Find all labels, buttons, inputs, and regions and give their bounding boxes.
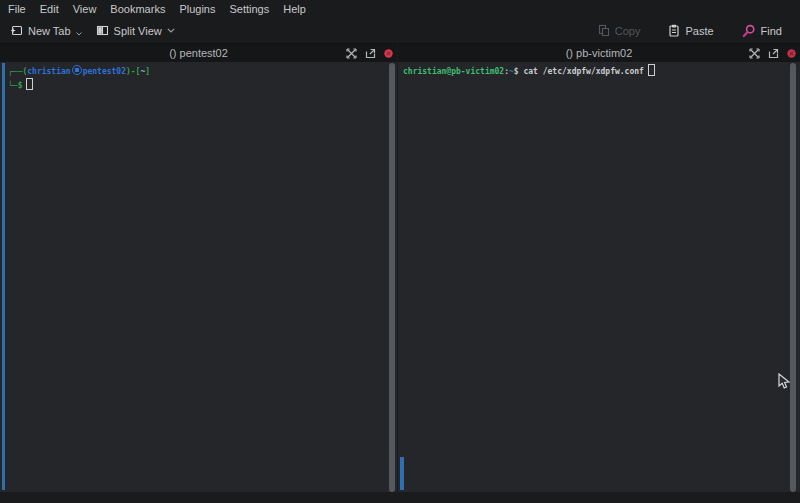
scrollbar-left-pane[interactable]	[389, 63, 395, 492]
split-view-container: () pentest02	[0, 44, 800, 492]
terminal-screen-pentest02[interactable]: ┌──(christian㉿pentest02)-[~] └─$	[0, 62, 397, 492]
menu-item-plugins[interactable]: Plugins	[179, 3, 215, 15]
new-output-indicator-right	[400, 457, 404, 490]
new-tab-label: New Tab	[28, 25, 71, 37]
prompt-close: ]	[145, 67, 150, 76]
close-view-button[interactable]	[384, 49, 393, 58]
pane-title-pb-victim02: () pb-victim02	[398, 44, 800, 62]
toolbar: New Tab Split View	[0, 18, 800, 44]
window-bottom-edge	[0, 492, 800, 503]
split-view-button[interactable]: Split View	[96, 24, 175, 37]
menu-item-edit[interactable]: Edit	[40, 3, 59, 15]
menu-item-view[interactable]: View	[73, 3, 97, 15]
pane-controls-pb-victim02	[749, 44, 796, 62]
new-tab-button[interactable]: New Tab	[10, 24, 82, 37]
copy-icon	[598, 24, 610, 37]
prompt-host: pentest02	[83, 67, 126, 76]
pane-controls-pentest02	[346, 44, 393, 62]
find-icon	[742, 24, 756, 38]
new-tab-dropdown-caret	[76, 32, 82, 36]
paste-label: Paste	[685, 25, 713, 37]
find-label: Find	[761, 25, 782, 37]
prompt-user: christian	[27, 67, 70, 76]
copy-button[interactable]: Copy	[598, 24, 641, 37]
konsole-window: File Edit View Bookmarks Plugins Setting…	[0, 0, 800, 503]
typed-command: cat /etc/xdpfw/xdpfw.conf	[523, 67, 643, 76]
detach-view-icon[interactable]	[768, 48, 779, 59]
menu-item-bookmarks[interactable]: Bookmarks	[110, 3, 165, 15]
mouse-cursor	[778, 373, 790, 390]
paste-button[interactable]: Paste	[668, 24, 713, 37]
find-button[interactable]: Find	[742, 24, 782, 38]
maximize-view-icon[interactable]	[749, 48, 760, 59]
paste-icon	[668, 24, 680, 37]
toolbar-right-group: Copy Paste	[598, 24, 782, 38]
new-output-indicator-left	[2, 63, 5, 490]
split-view-dropdown-caret	[167, 28, 175, 33]
split-view-label: Split View	[114, 25, 162, 37]
pane-title-pentest02: () pentest02	[0, 44, 397, 62]
close-view-button[interactable]	[787, 49, 796, 58]
kali-at-symbol: ㉿	[72, 65, 82, 75]
prompt-open: ┌──(	[8, 67, 27, 76]
menu-item-settings[interactable]: Settings	[229, 3, 269, 15]
menu-item-file[interactable]: File	[8, 3, 26, 15]
split-view-icon	[96, 24, 109, 37]
terminal-cursor-left	[26, 78, 33, 90]
terminal-pane-pentest02: () pentest02	[0, 44, 397, 492]
detach-view-icon[interactable]	[365, 48, 376, 59]
prompt-user-host: christian@pb-victim02	[403, 67, 504, 76]
command-line: christian@pb-victim02:~$ cat /etc/xdpfw/…	[403, 64, 800, 78]
scrollbar-right-pane[interactable]	[790, 63, 796, 492]
terminal-screen-pb-victim02[interactable]: christian@pb-victim02:~$ cat /etc/xdpfw/…	[398, 62, 800, 492]
prompt-dollar: └─$	[8, 81, 22, 90]
prompt-line-2: └─$	[8, 78, 397, 92]
pane-header-pentest02: () pentest02	[0, 44, 397, 62]
terminal-pane-pb-victim02: () pb-victim02	[398, 44, 800, 492]
terminal-cursor-right	[648, 64, 655, 76]
maximize-view-icon[interactable]	[346, 48, 357, 59]
new-tab-icon	[10, 24, 23, 37]
prompt-dollar: $	[514, 67, 519, 76]
prompt-line-1: ┌──(christian㉿pentest02)-[~]	[8, 65, 397, 78]
pane-header-pb-victim02: () pb-victim02	[398, 44, 800, 62]
copy-label: Copy	[615, 25, 641, 37]
prompt-mid: )-[	[126, 67, 140, 76]
menu-item-help[interactable]: Help	[283, 3, 306, 15]
menu-bar: File Edit View Bookmarks Plugins Setting…	[0, 0, 800, 18]
